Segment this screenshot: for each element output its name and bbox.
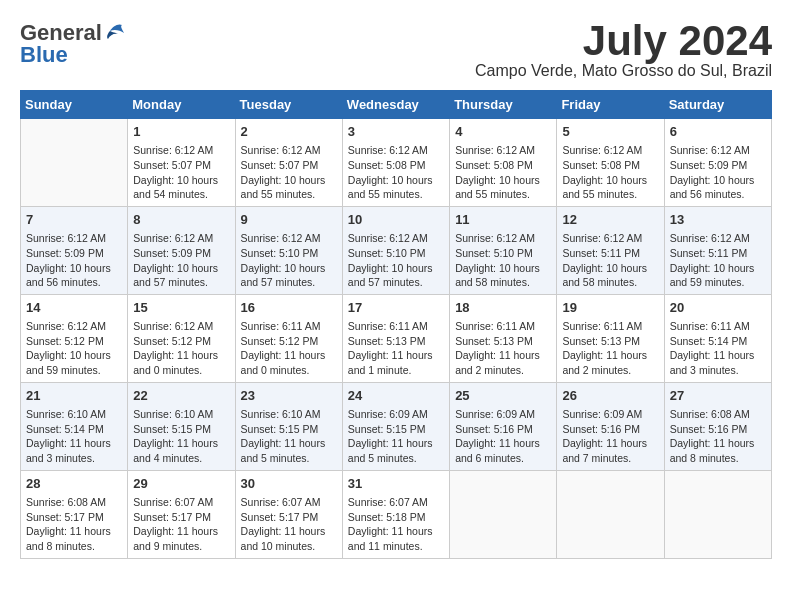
day-info: Sunrise: 6:11 AMSunset: 5:13 PMDaylight:… — [562, 319, 658, 378]
location-title: Campo Verde, Mato Grosso do Sul, Brazil — [475, 62, 772, 80]
day-number: 10 — [348, 211, 444, 229]
table-row: 18Sunrise: 6:11 AMSunset: 5:13 PMDayligh… — [450, 294, 557, 382]
table-row: 24Sunrise: 6:09 AMSunset: 5:15 PMDayligh… — [342, 382, 449, 470]
day-info: Sunrise: 6:07 AMSunset: 5:17 PMDaylight:… — [241, 495, 337, 554]
day-number: 4 — [455, 123, 551, 141]
day-info: Sunrise: 6:12 AMSunset: 5:08 PMDaylight:… — [348, 143, 444, 202]
logo-blue: Blue — [20, 42, 68, 68]
logo: General Blue — [20, 20, 126, 68]
table-row: 8Sunrise: 6:12 AMSunset: 5:09 PMDaylight… — [128, 206, 235, 294]
table-row: 15Sunrise: 6:12 AMSunset: 5:12 PMDayligh… — [128, 294, 235, 382]
day-number: 16 — [241, 299, 337, 317]
table-row: 21Sunrise: 6:10 AMSunset: 5:14 PMDayligh… — [21, 382, 128, 470]
table-row — [664, 470, 771, 558]
day-info: Sunrise: 6:12 AMSunset: 5:09 PMDaylight:… — [26, 231, 122, 290]
day-number: 2 — [241, 123, 337, 141]
table-row: 16Sunrise: 6:11 AMSunset: 5:12 PMDayligh… — [235, 294, 342, 382]
table-row: 13Sunrise: 6:12 AMSunset: 5:11 PMDayligh… — [664, 206, 771, 294]
day-info: Sunrise: 6:12 AMSunset: 5:09 PMDaylight:… — [133, 231, 229, 290]
day-info: Sunrise: 6:10 AMSunset: 5:15 PMDaylight:… — [133, 407, 229, 466]
day-number: 7 — [26, 211, 122, 229]
day-info: Sunrise: 6:12 AMSunset: 5:11 PMDaylight:… — [562, 231, 658, 290]
day-number: 11 — [455, 211, 551, 229]
calendar-header-row: Sunday Monday Tuesday Wednesday Thursday… — [21, 91, 772, 119]
day-info: Sunrise: 6:12 AMSunset: 5:10 PMDaylight:… — [455, 231, 551, 290]
day-info: Sunrise: 6:09 AMSunset: 5:16 PMDaylight:… — [455, 407, 551, 466]
table-row: 9Sunrise: 6:12 AMSunset: 5:10 PMDaylight… — [235, 206, 342, 294]
day-number: 8 — [133, 211, 229, 229]
table-row: 10Sunrise: 6:12 AMSunset: 5:10 PMDayligh… — [342, 206, 449, 294]
day-info: Sunrise: 6:12 AMSunset: 5:09 PMDaylight:… — [670, 143, 766, 202]
table-row: 27Sunrise: 6:08 AMSunset: 5:16 PMDayligh… — [664, 382, 771, 470]
table-row: 22Sunrise: 6:10 AMSunset: 5:15 PMDayligh… — [128, 382, 235, 470]
day-info: Sunrise: 6:11 AMSunset: 5:13 PMDaylight:… — [348, 319, 444, 378]
table-row: 1Sunrise: 6:12 AMSunset: 5:07 PMDaylight… — [128, 119, 235, 207]
day-info: Sunrise: 6:12 AMSunset: 5:10 PMDaylight:… — [348, 231, 444, 290]
calendar-table: Sunday Monday Tuesday Wednesday Thursday… — [20, 90, 772, 559]
day-number: 28 — [26, 475, 122, 493]
header-friday: Friday — [557, 91, 664, 119]
day-number: 14 — [26, 299, 122, 317]
header-saturday: Saturday — [664, 91, 771, 119]
table-row: 25Sunrise: 6:09 AMSunset: 5:16 PMDayligh… — [450, 382, 557, 470]
table-row: 14Sunrise: 6:12 AMSunset: 5:12 PMDayligh… — [21, 294, 128, 382]
table-row: 26Sunrise: 6:09 AMSunset: 5:16 PMDayligh… — [557, 382, 664, 470]
day-number: 1 — [133, 123, 229, 141]
day-number: 12 — [562, 211, 658, 229]
table-row: 19Sunrise: 6:11 AMSunset: 5:13 PMDayligh… — [557, 294, 664, 382]
day-number: 21 — [26, 387, 122, 405]
day-number: 20 — [670, 299, 766, 317]
table-row: 29Sunrise: 6:07 AMSunset: 5:17 PMDayligh… — [128, 470, 235, 558]
day-number: 18 — [455, 299, 551, 317]
day-info: Sunrise: 6:12 AMSunset: 5:07 PMDaylight:… — [133, 143, 229, 202]
day-number: 9 — [241, 211, 337, 229]
day-info: Sunrise: 6:09 AMSunset: 5:15 PMDaylight:… — [348, 407, 444, 466]
day-info: Sunrise: 6:12 AMSunset: 5:08 PMDaylight:… — [455, 143, 551, 202]
header-wednesday: Wednesday — [342, 91, 449, 119]
day-number: 31 — [348, 475, 444, 493]
table-row: 11Sunrise: 6:12 AMSunset: 5:10 PMDayligh… — [450, 206, 557, 294]
day-number: 5 — [562, 123, 658, 141]
day-info: Sunrise: 6:08 AMSunset: 5:16 PMDaylight:… — [670, 407, 766, 466]
day-number: 6 — [670, 123, 766, 141]
day-number: 26 — [562, 387, 658, 405]
header-sunday: Sunday — [21, 91, 128, 119]
day-info: Sunrise: 6:12 AMSunset: 5:12 PMDaylight:… — [26, 319, 122, 378]
table-row: 4Sunrise: 6:12 AMSunset: 5:08 PMDaylight… — [450, 119, 557, 207]
day-info: Sunrise: 6:12 AMSunset: 5:12 PMDaylight:… — [133, 319, 229, 378]
table-row: 12Sunrise: 6:12 AMSunset: 5:11 PMDayligh… — [557, 206, 664, 294]
day-number: 30 — [241, 475, 337, 493]
table-row: 20Sunrise: 6:11 AMSunset: 5:14 PMDayligh… — [664, 294, 771, 382]
table-row — [21, 119, 128, 207]
day-info: Sunrise: 6:12 AMSunset: 5:10 PMDaylight:… — [241, 231, 337, 290]
day-number: 24 — [348, 387, 444, 405]
day-info: Sunrise: 6:11 AMSunset: 5:12 PMDaylight:… — [241, 319, 337, 378]
day-number: 29 — [133, 475, 229, 493]
day-info: Sunrise: 6:07 AMSunset: 5:17 PMDaylight:… — [133, 495, 229, 554]
table-row — [450, 470, 557, 558]
table-row: 17Sunrise: 6:11 AMSunset: 5:13 PMDayligh… — [342, 294, 449, 382]
day-number: 19 — [562, 299, 658, 317]
day-info: Sunrise: 6:08 AMSunset: 5:17 PMDaylight:… — [26, 495, 122, 554]
day-info: Sunrise: 6:11 AMSunset: 5:14 PMDaylight:… — [670, 319, 766, 378]
day-number: 13 — [670, 211, 766, 229]
table-row: 3Sunrise: 6:12 AMSunset: 5:08 PMDaylight… — [342, 119, 449, 207]
day-info: Sunrise: 6:12 AMSunset: 5:08 PMDaylight:… — [562, 143, 658, 202]
day-info: Sunrise: 6:12 AMSunset: 5:07 PMDaylight:… — [241, 143, 337, 202]
day-number: 15 — [133, 299, 229, 317]
day-number: 3 — [348, 123, 444, 141]
table-row: 6Sunrise: 6:12 AMSunset: 5:09 PMDaylight… — [664, 119, 771, 207]
header-tuesday: Tuesday — [235, 91, 342, 119]
header-monday: Monday — [128, 91, 235, 119]
table-row: 7Sunrise: 6:12 AMSunset: 5:09 PMDaylight… — [21, 206, 128, 294]
day-info: Sunrise: 6:12 AMSunset: 5:11 PMDaylight:… — [670, 231, 766, 290]
logo-bird-icon — [104, 23, 126, 43]
day-info: Sunrise: 6:09 AMSunset: 5:16 PMDaylight:… — [562, 407, 658, 466]
day-number: 25 — [455, 387, 551, 405]
day-info: Sunrise: 6:07 AMSunset: 5:18 PMDaylight:… — [348, 495, 444, 554]
table-row: 30Sunrise: 6:07 AMSunset: 5:17 PMDayligh… — [235, 470, 342, 558]
day-number: 27 — [670, 387, 766, 405]
day-number: 23 — [241, 387, 337, 405]
day-info: Sunrise: 6:11 AMSunset: 5:13 PMDaylight:… — [455, 319, 551, 378]
header: General Blue July 2024 Campo Verde, Mato… — [20, 20, 772, 80]
